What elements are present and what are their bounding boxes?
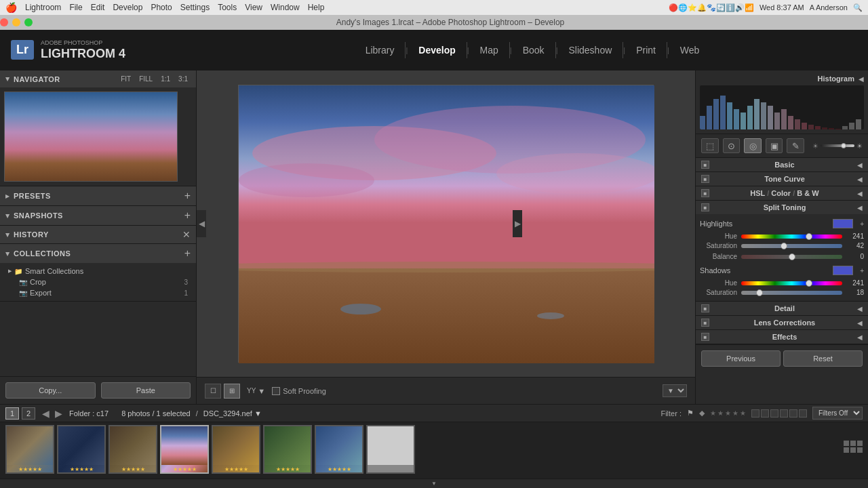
page-1-button[interactable]: 1 [5, 407, 19, 420]
search-icon[interactable]: 🔍 [853, 3, 863, 12]
nav-print[interactable]: Print [625, 42, 667, 58]
star-5[interactable]: ★ [740, 409, 746, 417]
menu-develop[interactable]: Develop [113, 3, 142, 12]
spot-heal-tool-button[interactable]: ⊙ [723, 138, 741, 153]
copy-button[interactable]: Copy... [5, 382, 96, 399]
apple-menu[interactable]: 🍎 [5, 2, 17, 13]
navigator-image[interactable] [4, 92, 178, 182]
tone-curve-collapse-icon[interactable]: ◀ [857, 176, 863, 183]
menu-photo[interactable]: Photo [151, 3, 172, 12]
bw-label[interactable]: B & W [797, 189, 818, 197]
star-3[interactable]: ★ [725, 409, 731, 417]
highlights-add-icon[interactable]: + [860, 220, 864, 228]
filmstrip-thumb-7[interactable]: ★★★★★ [315, 425, 363, 474]
star-1[interactable]: ★ [710, 409, 716, 417]
nav-develop[interactable]: Develop [408, 42, 467, 58]
paste-button[interactable]: Paste [101, 382, 191, 399]
menu-tools[interactable]: Tools [218, 3, 237, 12]
shadows-color-swatch[interactable] [833, 266, 853, 275]
nav-web[interactable]: Web [669, 42, 711, 58]
survey-view-filter-btn[interactable] [789, 409, 797, 418]
menu-window[interactable]: Window [271, 3, 300, 12]
balance-slider-thumb[interactable] [789, 253, 795, 260]
collections-header[interactable]: ▶ Collections + [0, 244, 196, 263]
window-maximize-button[interactable] [24, 18, 33, 26]
hsl-section-header[interactable]: ■ HSL / Color / B & W ◀ [696, 186, 868, 200]
detail-collapse-icon[interactable]: ◀ [857, 305, 863, 312]
nav-fill-btn[interactable]: FILL [136, 74, 155, 84]
right-panel-toggle[interactable]: ▶ [513, 210, 522, 237]
filmstrip-thumb-2[interactable]: ★★★★★ [57, 425, 106, 474]
menu-edit[interactable]: Edit [91, 3, 105, 12]
extra-view-filter-btn[interactable] [799, 409, 807, 418]
compare-view-filter-btn[interactable] [780, 409, 788, 418]
filter-flag-icon[interactable]: ⚑ [687, 409, 694, 418]
tone-curve-section-header[interactable]: ■ Tone Curve ◀ [696, 172, 868, 186]
reset-button[interactable]: Reset [783, 350, 863, 367]
crop-tool-button[interactable]: ⬚ [701, 138, 719, 153]
menu-file[interactable]: File [69, 3, 82, 12]
crop-collection-item[interactable]: 📷 Crop 3 [5, 277, 191, 287]
highlights-color-swatch[interactable] [833, 219, 853, 228]
basic-section-header[interactable]: ■ Basic ◀ [696, 158, 868, 171]
tone-curve-toggle[interactable]: ■ [701, 175, 709, 183]
smart-collections-item[interactable]: ▶ 📁 Smart Collections [5, 266, 191, 277]
color-label-dropdown[interactable]: ▼ [258, 387, 265, 395]
soft-proof-checkbox[interactable] [272, 387, 280, 395]
highlights-sat-slider-thumb[interactable] [781, 243, 787, 249]
lens-corrections-collapse-icon[interactable]: ◀ [857, 319, 863, 327]
split-toning-collapse-icon[interactable]: ◀ [857, 204, 863, 211]
filmstrip-collapse-bar[interactable]: ▼ [0, 479, 868, 488]
filmstrip-next-arrow[interactable]: ▶ [54, 408, 64, 419]
page-2-button[interactable]: 2 [22, 407, 35, 420]
presets-add-button[interactable]: + [184, 190, 191, 202]
exposure-slider-thumb[interactable] [841, 143, 846, 148]
compare-view-button[interactable]: ⊞ [224, 384, 240, 399]
split-toning-toggle[interactable]: ■ [701, 203, 709, 211]
list-view-filter-btn[interactable] [761, 409, 769, 418]
lens-corrections-toggle[interactable]: ■ [701, 319, 709, 327]
filmstrip-prev-arrow[interactable]: ◀ [41, 408, 51, 419]
red-eye-tool-button[interactable]: ◎ [744, 138, 762, 153]
effects-collapse-icon[interactable]: ◀ [857, 333, 863, 341]
nav-fit-btn[interactable]: FIT [118, 74, 134, 84]
menu-view[interactable]: View [245, 3, 262, 12]
nav-map[interactable]: Map [469, 42, 510, 58]
hsl-toggle[interactable]: ■ [701, 189, 709, 197]
shadows-add-icon[interactable]: + [860, 267, 864, 274]
detail-toggle[interactable]: ■ [701, 304, 709, 312]
filmstrip-thumb-3[interactable]: ★★★★★ [108, 425, 157, 474]
filmstrip-thumb-8[interactable] [366, 425, 415, 474]
effects-toggle[interactable]: ■ [701, 333, 709, 341]
nav-1-1-btn[interactable]: 1:1 [158, 74, 173, 84]
nav-library[interactable]: Library [355, 42, 406, 58]
file-dropdown-arrow[interactable]: ▼ [254, 409, 262, 418]
navigator-header[interactable]: ▶ Navigator FIT FILL 1:1 3:1 [0, 70, 196, 87]
histogram-collapse-icon[interactable]: ◀ [859, 75, 864, 83]
split-toning-section-header[interactable]: ■ Split Toning ◀ [696, 201, 868, 214]
filmstrip-thumb-4[interactable]: ★★★★★ [160, 425, 209, 474]
nav-book[interactable]: Book [512, 42, 556, 58]
previous-button[interactable]: Previous [701, 350, 781, 367]
window-minimize-button[interactable] [12, 18, 20, 26]
exposure-slider-track[interactable] [821, 144, 854, 147]
shadows-sat-slider-thumb[interactable] [756, 289, 763, 296]
left-panel-toggle[interactable]: ◀ [197, 210, 206, 237]
filmstrip-thumb-1[interactable]: ★★★★★ [5, 425, 54, 474]
detail-view-filter-btn[interactable] [770, 409, 778, 418]
presets-header[interactable]: ▶ Presets + [0, 186, 196, 205]
menu-settings[interactable]: Settings [180, 3, 210, 12]
grid-view-filter-btn[interactable] [751, 409, 760, 418]
snapshots-header[interactable]: ▶ Snapshots + [0, 206, 196, 225]
balance-slider-track[interactable] [741, 255, 842, 259]
highlights-hue-slider-track[interactable] [741, 235, 842, 239]
grid-options-icon[interactable] [844, 441, 863, 453]
menu-lightroom[interactable]: Lightroom [25, 3, 61, 12]
color-label[interactable]: Color [771, 189, 791, 197]
export-collection-item[interactable]: 📷 Export 1 [5, 287, 191, 298]
nav-slideshow[interactable]: Slideshow [557, 42, 623, 58]
hsl-collapse-icon[interactable]: ◀ [857, 190, 863, 197]
window-close-button[interactable] [0, 18, 8, 26]
history-header[interactable]: ▶ History ✕ [0, 226, 196, 243]
lens-corrections-header[interactable]: ■ Lens Corrections ◀ [696, 316, 868, 329]
